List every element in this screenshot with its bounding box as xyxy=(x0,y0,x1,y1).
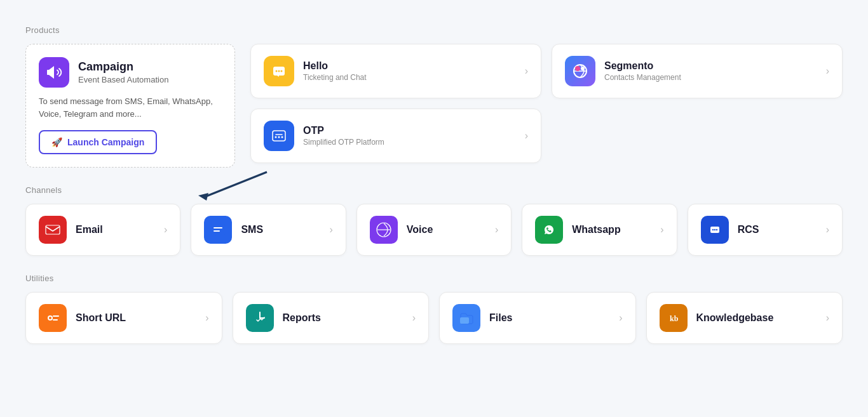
rocket-icon: 🚀 xyxy=(51,137,62,147)
channels-label: Channels xyxy=(25,185,843,195)
campaign-svg-icon xyxy=(45,63,63,81)
hello-desc: Ticketing and Chat xyxy=(303,73,516,82)
sms-icon xyxy=(210,222,226,238)
segmento-text: Segmento Contacts Management xyxy=(604,60,817,82)
svg-point-28 xyxy=(49,317,51,319)
short-url-name: Short URL xyxy=(76,312,196,324)
sms-channel-card[interactable]: SMS › xyxy=(191,204,346,256)
campaign-text: Campaign Event Based Automation xyxy=(78,60,168,84)
voice-icon xyxy=(376,222,392,238)
campaign-title: Campaign xyxy=(78,60,168,74)
reports-chevron: › xyxy=(412,312,416,324)
whatsapp-name: Whatsapp xyxy=(572,224,651,235)
svg-rect-14 xyxy=(46,225,60,234)
campaign-card-top: Campaign Event Based Automation xyxy=(39,57,222,88)
whatsapp-icon-wrap xyxy=(535,216,563,244)
reports-name: Reports xyxy=(283,312,403,324)
product-cards-column: Hello Ticketing and Chat › xyxy=(250,44,843,163)
utilities-row: Short URL › Reports › xyxy=(25,292,843,344)
voice-channel-card[interactable]: Voice › xyxy=(356,204,512,256)
svg-point-23 xyxy=(712,229,713,230)
utilities-section: Utilities Short URL › xyxy=(25,274,843,344)
otp-icon xyxy=(270,127,288,145)
sms-icon-wrap xyxy=(204,216,232,244)
launch-campaign-button[interactable]: 🚀 Launch Campaign xyxy=(39,130,157,154)
whatsapp-chevron: › xyxy=(660,224,663,235)
knowledgebase-utility-card[interactable]: kb Knowledgebase › xyxy=(646,292,843,344)
svg-marker-17 xyxy=(212,235,216,238)
rcs-channel-card[interactable]: RCS › xyxy=(688,204,843,256)
hello-card[interactable]: Hello Ticketing and Chat › xyxy=(250,44,541,98)
files-icon-wrap xyxy=(452,304,480,332)
files-name: Files xyxy=(489,312,610,324)
otp-name: OTP xyxy=(303,125,516,136)
knowledgebase-chevron: › xyxy=(826,312,829,324)
email-chevron: › xyxy=(164,224,167,235)
short-url-chevron: › xyxy=(205,312,208,324)
sms-chevron: › xyxy=(329,224,332,235)
campaign-icon xyxy=(39,57,69,88)
otp-chevron: › xyxy=(525,130,528,142)
short-url-utility-card[interactable]: Short URL › xyxy=(25,292,222,344)
segmento-name: Segmento xyxy=(604,60,817,72)
reports-icon xyxy=(252,310,268,326)
segmento-icon xyxy=(571,62,589,80)
rcs-icon xyxy=(707,222,723,238)
launch-campaign-label: Launch Campaign xyxy=(67,137,144,147)
product-cards-top-row: Hello Ticketing and Chat › xyxy=(250,44,843,98)
voice-chevron: › xyxy=(495,224,498,235)
rcs-name: RCS xyxy=(738,224,817,235)
campaign-card: Campaign Event Based Automation To send … xyxy=(25,44,235,168)
whatsapp-icon xyxy=(541,222,557,238)
channels-row: Email › SMS › xyxy=(25,204,843,256)
hello-chevron: › xyxy=(525,65,528,77)
svg-point-12 xyxy=(281,136,283,138)
products-row: Campaign Event Based Automation To send … xyxy=(25,44,843,168)
segmento-chevron: › xyxy=(826,65,829,77)
knowledgebase-name: Knowledgebase xyxy=(696,312,817,324)
channels-wrapper: Email › SMS › xyxy=(25,204,843,256)
otp-desc: Simplified OTP Platform xyxy=(303,138,516,147)
svg-point-25 xyxy=(715,229,717,230)
email-channel-card[interactable]: Email › xyxy=(25,204,180,256)
whatsapp-channel-card[interactable]: Whatsapp › xyxy=(522,204,677,256)
svg-point-10 xyxy=(275,136,277,138)
svg-point-4 xyxy=(281,70,283,72)
voice-icon-wrap xyxy=(370,216,398,244)
email-icon-wrap xyxy=(39,216,67,244)
svg-point-6 xyxy=(575,66,580,71)
svg-point-7 xyxy=(581,67,585,70)
svg-point-11 xyxy=(278,136,280,138)
reports-icon-wrap xyxy=(246,304,274,332)
knowledgebase-icon-wrap: kb xyxy=(660,304,688,332)
files-utility-card[interactable]: Files › xyxy=(439,292,636,344)
files-icon xyxy=(458,310,475,326)
segmento-desc: Contacts Management xyxy=(604,73,817,82)
products-section: Products Campaign Event Based Automation… xyxy=(25,25,843,168)
svg-rect-30 xyxy=(460,317,469,324)
svg-point-24 xyxy=(714,229,715,230)
segmento-card[interactable]: Segmento Contacts Management › xyxy=(552,44,843,98)
voice-name: Voice xyxy=(407,224,486,235)
reports-utility-card[interactable]: Reports › xyxy=(233,292,430,344)
segmento-icon-wrap xyxy=(565,56,595,86)
products-label: Products xyxy=(25,25,843,35)
rcs-icon-wrap xyxy=(701,216,729,244)
otp-icon-wrap xyxy=(264,121,294,151)
short-url-icon-wrap xyxy=(39,304,67,332)
svg-text:kb: kb xyxy=(670,314,679,323)
rcs-chevron: › xyxy=(826,224,829,235)
campaign-subtitle: Event Based Automation xyxy=(78,75,168,84)
short-url-icon xyxy=(44,310,61,326)
campaign-description: To send message from SMS, Email, WhatsAp… xyxy=(39,95,222,120)
utilities-label: Utilities xyxy=(25,274,843,283)
files-chevron: › xyxy=(619,312,622,324)
svg-rect-8 xyxy=(273,131,285,141)
otp-card[interactable]: OTP Simplified OTP Platform › xyxy=(250,109,541,163)
hello-icon xyxy=(270,62,288,80)
email-name: Email xyxy=(76,224,155,235)
channels-section: Channels Email › xyxy=(25,185,843,256)
svg-point-2 xyxy=(276,70,278,72)
hello-name: Hello xyxy=(303,60,516,72)
hello-icon-wrap xyxy=(264,56,294,86)
